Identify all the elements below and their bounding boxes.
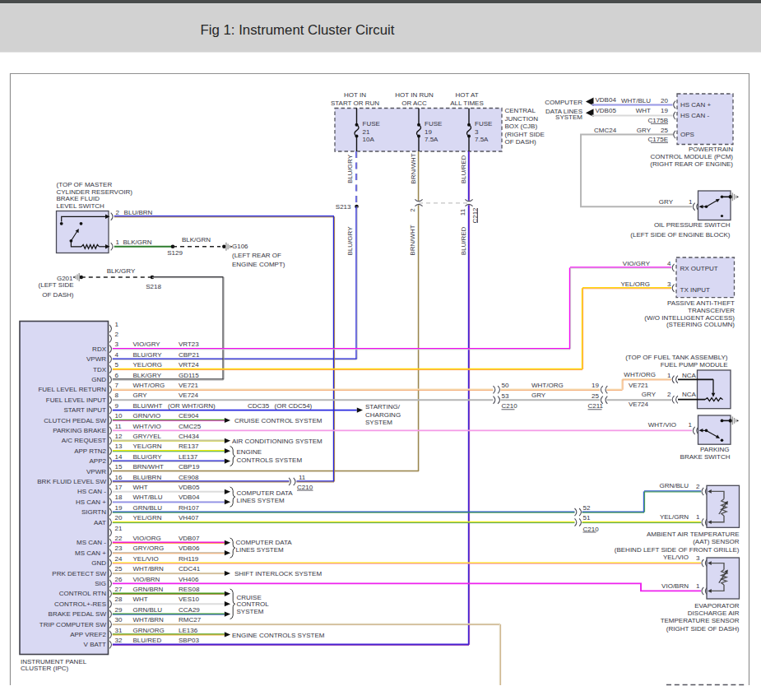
svg-text:G106: G106: [232, 243, 248, 250]
svg-text:HS CAN +: HS CAN +: [680, 101, 711, 109]
svg-text:10A: 10A: [363, 136, 375, 143]
svg-text:8: 8: [115, 392, 119, 399]
svg-text:VIO/GRY: VIO/GRY: [623, 260, 651, 267]
svg-text:7: 7: [115, 382, 119, 389]
svg-text:PRK DETECT SW: PRK DETECT SW: [52, 570, 106, 577]
svg-text:2: 2: [667, 391, 671, 398]
svg-text:WHT: WHT: [133, 596, 148, 603]
svg-text:BLU/RED: BLU/RED: [460, 226, 467, 255]
svg-text:BOX (CJB): BOX (CJB): [505, 123, 538, 130]
svg-text:Fig 1: Instrument Cluster Circ: Fig 1: Instrument Cluster Circuit: [201, 22, 395, 38]
svg-text:CE904: CE904: [179, 412, 199, 420]
svg-text:CMC24: CMC24: [594, 127, 617, 134]
svg-text:ENGINE CONTROLS SYSTEM: ENGINE CONTROLS SYSTEM: [232, 632, 325, 639]
svg-text:HOT IN: HOT IN: [344, 91, 366, 99]
svg-text:20: 20: [661, 97, 668, 104]
svg-text:VIO/ORG: VIO/ORG: [133, 535, 161, 542]
svg-text:(LEFT SIDE: (LEFT SIDE: [39, 281, 74, 289]
svg-text:26: 26: [115, 576, 123, 583]
svg-text:TDX: TDX: [93, 366, 107, 373]
svg-text:CDC35: CDC35: [248, 402, 270, 410]
svg-text:BRN/WHT: BRN/WHT: [409, 225, 416, 255]
svg-text:19: 19: [425, 128, 432, 136]
svg-text:VDB05: VDB05: [596, 107, 617, 114]
svg-text:CONTROL RTN: CONTROL RTN: [59, 590, 107, 597]
svg-text:FUSE: FUSE: [475, 120, 492, 127]
svg-text:2: 2: [409, 208, 416, 212]
svg-text:(AAT) SENSOR: (AAT) SENSOR: [693, 538, 740, 545]
svg-text:9: 9: [115, 402, 119, 410]
svg-text:30: 30: [115, 616, 123, 624]
svg-text:APP VREF2: APP VREF2: [70, 631, 106, 638]
svg-text:CBP19: CBP19: [179, 463, 200, 471]
svg-text:CH434: CH434: [179, 433, 199, 440]
svg-text:VIO/BRN: VIO/BRN: [133, 576, 160, 583]
svg-text:RMC27: RMC27: [179, 616, 202, 624]
svg-text:BLU/GRY: BLU/GRY: [133, 453, 163, 461]
svg-text:CONTROLS SYSTEM: CONTROLS SYSTEM: [237, 457, 303, 464]
svg-text:AAT: AAT: [94, 519, 106, 526]
svg-text:GRN/BLU: GRN/BLU: [133, 606, 163, 614]
svg-text:YEL/GRN: YEL/GRN: [133, 514, 162, 522]
svg-text:31: 31: [115, 627, 123, 634]
svg-text:V BATT: V BATT: [84, 641, 107, 648]
svg-text:1: 1: [116, 239, 120, 246]
svg-text:VDB05: VDB05: [179, 484, 200, 491]
svg-text:ENGINE: ENGINE: [237, 448, 262, 456]
svg-text:19: 19: [592, 382, 599, 389]
svg-text:ALL TIMES: ALL TIMES: [450, 100, 483, 107]
svg-text:TRIP COMPUTER SW: TRIP COMPUTER SW: [39, 621, 107, 628]
svg-text:YEL/VIO: YEL/VIO: [663, 554, 689, 561]
svg-text:WHT: WHT: [636, 107, 651, 114]
svg-text:BRN/WHT: BRN/WHT: [133, 463, 164, 471]
svg-text:WHT/BRN: WHT/BRN: [133, 616, 165, 624]
svg-text:PARKING BRAKE: PARKING BRAKE: [53, 427, 106, 434]
svg-text:YEL/VIO: YEL/VIO: [133, 555, 159, 563]
svg-text:RH119: RH119: [179, 555, 199, 563]
svg-text:S213: S213: [336, 203, 351, 211]
svg-text:EVAPORATOR: EVAPORATOR: [694, 602, 739, 610]
svg-text:CE908: CE908: [179, 474, 199, 481]
svg-text:23: 23: [115, 545, 123, 552]
svg-text:GD115: GD115: [179, 372, 199, 379]
svg-text:BLU/RED: BLU/RED: [133, 637, 162, 644]
svg-text:SIGRTN: SIGRTN: [81, 508, 106, 516]
svg-text:(RIGHT SIDE OF DASH): (RIGHT SIDE OF DASH): [666, 625, 740, 633]
svg-text:VDB04: VDB04: [179, 494, 200, 501]
svg-text:OR ACC: OR ACC: [401, 100, 427, 107]
svg-text:11: 11: [115, 423, 123, 430]
svg-text:SHIFT INTERLOCK SYSTEM: SHIFT INTERLOCK SYSTEM: [234, 570, 322, 577]
svg-text:11: 11: [299, 474, 306, 481]
svg-text:SYSTEM: SYSTEM: [555, 114, 582, 121]
svg-text:LE137: LE137: [179, 453, 198, 461]
svg-text:WHT/BLU: WHT/BLU: [133, 494, 163, 501]
svg-text:BLU/BRN: BLU/BRN: [133, 474, 162, 481]
svg-text:VIO/BRN: VIO/BRN: [661, 582, 689, 590]
svg-text:COMPUTER DATA: COMPUTER DATA: [237, 489, 294, 497]
svg-text:16: 16: [115, 474, 123, 481]
svg-text:CCA29: CCA29: [179, 606, 200, 614]
svg-text:18: 18: [115, 494, 123, 501]
svg-text:27: 27: [115, 586, 123, 593]
svg-text:GND: GND: [91, 376, 106, 383]
svg-text:CLUTCH PEDAL SW: CLUTCH PEDAL SW: [44, 417, 106, 424]
svg-text:VE721: VE721: [179, 382, 199, 389]
svg-text:(TOP OF FUEL TANK ASSEMBLY): (TOP OF FUEL TANK ASSEMBLY): [625, 354, 728, 361]
svg-text:S129: S129: [167, 249, 183, 257]
svg-text:24: 24: [115, 555, 123, 563]
svg-text:LINES SYSTEM: LINES SYSTEM: [236, 546, 285, 554]
svg-text:VIO/GRY: VIO/GRY: [133, 341, 161, 348]
svg-text:10: 10: [115, 412, 123, 420]
svg-text:HS CAN -: HS CAN -: [77, 488, 106, 495]
svg-text:BLU/WHT: BLU/WHT: [133, 402, 163, 410]
svg-text:1: 1: [696, 513, 700, 521]
svg-text:5: 5: [115, 361, 119, 369]
svg-text:VPWR: VPWR: [86, 355, 106, 363]
svg-text:52: 52: [583, 504, 591, 512]
svg-text:CONTROL MODULE (PCM): CONTROL MODULE (PCM): [650, 153, 733, 160]
svg-text:BRAKE SWITCH: BRAKE SWITCH: [680, 453, 731, 461]
svg-text:20: 20: [115, 514, 123, 522]
svg-text:BLU/RED: BLU/RED: [460, 155, 467, 183]
svg-text:BLK/GRY: BLK/GRY: [133, 372, 162, 379]
svg-text:CDC41: CDC41: [179, 565, 201, 573]
